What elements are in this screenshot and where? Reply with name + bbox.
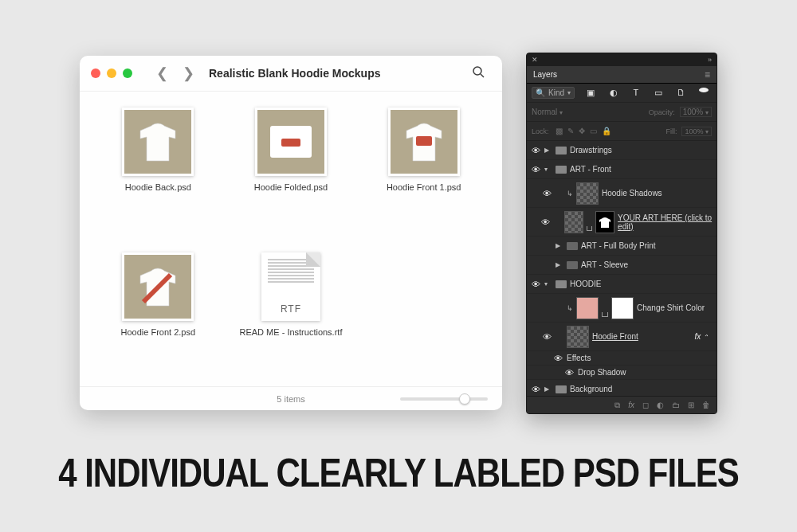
tab-layers[interactable]: Layers: [533, 70, 557, 79]
mask-link-icon: [602, 312, 608, 317]
lock-all-icon[interactable]: 🔒: [602, 127, 611, 135]
layer-row[interactable]: 👁 ▶ Background: [527, 380, 717, 396]
panel-menu-icon[interactable]: ≡: [705, 69, 710, 80]
file-item[interactable]: Hoodie Front 2.psd: [102, 252, 214, 386]
lock-brush-icon[interactable]: ✎: [567, 127, 574, 135]
window-controls: [91, 68, 132, 78]
adjustment-icon[interactable]: ◐: [657, 401, 664, 409]
forward-button[interactable]: ❯: [183, 65, 194, 82]
lock-pixels-icon[interactable]: ▩: [556, 127, 563, 135]
layer-row[interactable]: 👁 ↳ Change Shirt Color: [527, 294, 717, 323]
lock-move-icon[interactable]: ✥: [579, 127, 585, 135]
effect-name: Drop Shadow: [578, 368, 626, 377]
panel-collapse-bar[interactable]: ✕ »: [527, 53, 717, 66]
delete-icon[interactable]: 🗑: [702, 401, 710, 409]
layer-name: Background: [570, 385, 612, 393]
layer-row[interactable]: 👁 ▶ ART - Sleeve: [527, 256, 717, 275]
folder-icon: [556, 166, 567, 174]
lock-artboard-icon[interactable]: ▭: [590, 127, 597, 135]
layer-row[interactable]: 👁 ▾ HOODIE: [527, 275, 717, 294]
zoom-slider[interactable]: [400, 397, 488, 401]
layer-thumbnail: [567, 326, 589, 348]
maximize-button[interactable]: [123, 68, 132, 78]
filter-shape-icon[interactable]: ▭: [654, 88, 663, 98]
close-icon[interactable]: ✕: [532, 56, 538, 64]
file-thumbnail: [255, 108, 327, 176]
visibility-icon[interactable]: 👁: [530, 385, 541, 394]
expand-icon[interactable]: ▾: [544, 280, 552, 288]
visibility-icon[interactable]: 👁: [530, 165, 541, 174]
file-thumbnail: [388, 108, 460, 176]
filter-kind-select[interactable]: 🔍Kind▾: [532, 87, 575, 99]
file-item[interactable]: Hoodie Folded.psd: [235, 108, 347, 241]
folder-icon: [556, 385, 567, 393]
fx-icon[interactable]: fx: [628, 401, 634, 409]
visibility-icon[interactable]: 👁: [541, 189, 552, 198]
layer-name: Change Shirt Color: [637, 303, 705, 312]
layer-row[interactable]: 👁 Hoodie Front fx ⌃: [527, 323, 717, 351]
folder-title: Realistic Blank Hoodie Mockups: [209, 67, 465, 80]
filter-pixel-icon[interactable]: ▣: [586, 88, 595, 98]
mask-link-icon: [587, 226, 592, 231]
mask-thumbnail: [611, 297, 634, 319]
nav-arrows: ❮ ❯: [156, 65, 194, 82]
item-count: 5 items: [277, 394, 304, 404]
layer-name: HOODIE: [570, 280, 601, 288]
folder-icon: [567, 242, 578, 250]
expand-icon[interactable]: ▾: [544, 166, 552, 173]
layer-name: ART - Front: [570, 165, 611, 174]
expand-icon[interactable]: ▶: [556, 261, 563, 268]
opacity-label: Opacity:: [649, 108, 675, 116]
layer-row[interactable]: 👁 ▶ Drawstrings: [527, 141, 717, 160]
file-thumbnail: [122, 108, 194, 176]
file-name: Hoodie Front 2.psd: [102, 327, 214, 337]
mask-icon[interactable]: ◻: [642, 401, 649, 409]
expand-icon[interactable]: ▶: [544, 147, 552, 154]
filter-toggle-icon[interactable]: [699, 88, 709, 92]
visibility-icon[interactable]: 👁: [541, 332, 552, 342]
layer-effect-item[interactable]: 👁 Drop Shadow: [527, 366, 717, 380]
zoom-slider-knob[interactable]: [459, 393, 470, 405]
expand-icon[interactable]: ▶: [544, 385, 552, 393]
visibility-icon[interactable]: 👁: [530, 146, 541, 155]
layer-effects-row[interactable]: 👁 Effects: [527, 351, 717, 366]
minimize-button[interactable]: [107, 68, 116, 78]
filter-adjust-icon[interactable]: ◐: [609, 88, 618, 98]
file-item[interactable]: Hoodie Front 1.psd: [368, 108, 480, 241]
layer-row[interactable]: 👁 ▶ ART - Full Body Print: [527, 237, 717, 256]
file-name: Hoodie Back.psd: [102, 182, 214, 192]
svg-point-0: [473, 67, 481, 75]
headline: 4 INDIVIDUAL CLEARLY LABLED PSD FILES: [0, 451, 797, 496]
file-name: READ ME - Instructions.rtf: [235, 327, 347, 337]
visibility-icon[interactable]: 👁: [552, 354, 563, 363]
layer-row[interactable]: 👁 ▾ ART - Front: [527, 160, 717, 179]
visibility-icon[interactable]: 👁: [563, 368, 575, 377]
close-button[interactable]: [91, 68, 100, 78]
layer-row[interactable]: 👁 ↳ Hoodie Shadows: [527, 179, 717, 208]
file-item[interactable]: Hoodie Back.psd: [102, 108, 214, 241]
layer-row[interactable]: 👁 YOUR ART HERE (click to edit): [527, 208, 717, 237]
panel-footer: ⧉ fx ◻ ◐ 🗀 ⊞ 🗑: [527, 396, 717, 413]
file-item[interactable]: RTF READ ME - Instructions.rtf: [235, 252, 347, 386]
filter-type-icon[interactable]: T: [631, 88, 641, 98]
expand-icon[interactable]: ▶: [556, 242, 563, 249]
visibility-icon[interactable]: 👁: [541, 217, 551, 227]
svg-rect-4: [416, 136, 432, 146]
layer-name: Hoodie Shadows: [602, 189, 662, 198]
visibility-icon[interactable]: 👁: [530, 280, 541, 289]
fx-badge[interactable]: fx ⌃: [694, 332, 713, 341]
filter-smart-icon[interactable]: 🗋: [676, 88, 685, 98]
fill-label: Fill:: [665, 127, 677, 135]
new-layer-icon[interactable]: ⊞: [688, 401, 694, 409]
opacity-value[interactable]: 100% ▾: [680, 107, 712, 117]
collapse-icon[interactable]: »: [708, 56, 712, 64]
link-layers-icon[interactable]: ⧉: [614, 401, 620, 410]
back-button[interactable]: ❮: [156, 65, 168, 82]
fill-value[interactable]: 100% ▾: [681, 127, 712, 136]
blend-mode-select[interactable]: Normal ▾: [532, 108, 644, 116]
blend-row: Normal ▾ Opacity: 100% ▾: [527, 103, 717, 122]
group-icon[interactable]: 🗀: [672, 401, 680, 409]
search-icon[interactable]: [472, 65, 491, 81]
finder-statusbar: 5 items: [80, 386, 502, 410]
panel-tabs: Layers ≡: [527, 66, 717, 84]
